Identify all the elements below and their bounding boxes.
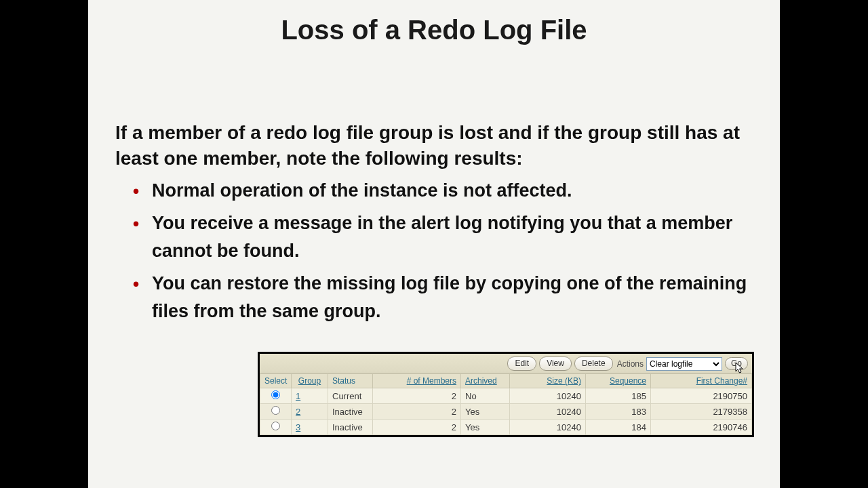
actions-select[interactable]: Clear logfile — [646, 357, 722, 371]
table-row: 3 Inactive 2 Yes 10240 184 2190746 — [260, 420, 752, 435]
page-title: Loss of a Redo Log File — [88, 15, 780, 45]
col-select: Select — [260, 374, 292, 388]
row-select-radio[interactable] — [271, 406, 280, 415]
cell-status: Current — [328, 388, 373, 404]
col-status: Status — [328, 374, 373, 388]
cell-size: 10240 — [510, 404, 586, 420]
edit-button[interactable]: Edit — [507, 357, 536, 371]
cell-size: 10240 — [510, 388, 586, 404]
cell-sequence: 184 — [586, 420, 651, 435]
actions-label: Actions — [617, 359, 644, 369]
cell-first-change: 2190746 — [651, 420, 752, 435]
group-link[interactable]: 1 — [296, 391, 300, 401]
col-group[interactable]: Group — [292, 374, 328, 388]
bullet-list: Normal operation of the instance is not … — [115, 177, 753, 325]
bullet-item: You can restore the missing log file by … — [152, 270, 753, 325]
cell-sequence: 183 — [586, 404, 651, 420]
cell-archived: Yes — [461, 404, 510, 420]
cell-members: 2 — [373, 420, 461, 435]
row-select-radio[interactable] — [271, 390, 280, 399]
cell-size: 10240 — [510, 420, 586, 435]
go-button[interactable]: Go — [725, 357, 748, 370]
cell-first-change: 2179358 — [651, 404, 752, 420]
col-archived[interactable]: Archived — [461, 374, 510, 388]
bullet-item: You receive a message in the alert log n… — [152, 209, 753, 264]
view-button[interactable]: View — [539, 357, 572, 371]
col-size[interactable]: Size (KB) — [510, 374, 586, 388]
cell-archived: Yes — [461, 420, 510, 435]
slide: Loss of a Redo Log File If a member of a… — [88, 0, 780, 488]
col-first-change[interactable]: First Change# — [651, 374, 752, 388]
bullet-item: Normal operation of the instance is not … — [152, 177, 753, 205]
cell-status: Inactive — [328, 420, 373, 435]
go-button-label: Go — [731, 359, 742, 368]
table-row: 1 Current 2 No 10240 185 2190750 — [260, 388, 752, 404]
cell-members: 2 — [373, 388, 461, 404]
row-select-radio[interactable] — [271, 422, 280, 430]
group-link[interactable]: 2 — [296, 407, 300, 417]
redo-log-panel: Edit View Delete Actions Clear logfile G… — [258, 352, 754, 437]
col-sequence[interactable]: Sequence — [586, 374, 651, 388]
panel-toolbar: Edit View Delete Actions Clear logfile G… — [260, 354, 752, 373]
group-link[interactable]: 3 — [296, 422, 300, 432]
redo-log-table: Select Group Status # of Members Archive… — [260, 373, 752, 435]
intro-text: If a member of a redo log file group is … — [115, 120, 753, 171]
cell-sequence: 185 — [586, 388, 651, 404]
col-members[interactable]: # of Members — [373, 374, 461, 388]
table-header-row: Select Group Status # of Members Archive… — [260, 374, 752, 388]
cell-status: Inactive — [328, 404, 373, 420]
cell-archived: No — [461, 388, 510, 404]
cell-first-change: 2190750 — [651, 388, 752, 404]
cell-members: 2 — [373, 404, 461, 420]
delete-button[interactable]: Delete — [574, 357, 613, 371]
table-row: 2 Inactive 2 Yes 10240 183 2179358 — [260, 404, 752, 420]
